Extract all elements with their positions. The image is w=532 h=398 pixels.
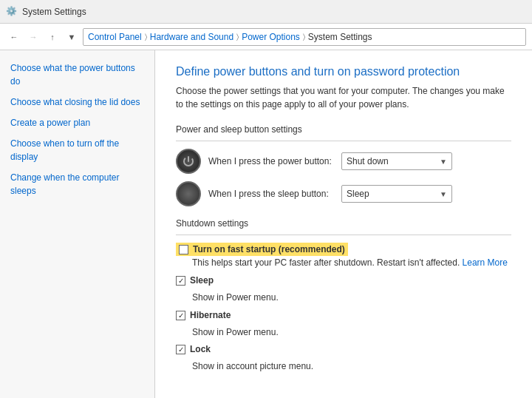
page-title: Define power buttons and turn on passwor… <box>176 65 511 78</box>
shutdown-section: Shutdown settings Turn on fast startup (… <box>176 218 511 373</box>
breadcrumb-sep-3: 〉 <box>303 33 305 41</box>
learn-more-link[interactable]: Learn More <box>463 257 508 268</box>
sleep-button-dropdown[interactable]: Sleep ▼ <box>341 185 452 203</box>
section-divider-2 <box>176 235 511 235</box>
left-panel: Choose what the power buttons do Choose … <box>0 50 155 398</box>
breadcrumb-sep-1: 〉 <box>145 33 147 41</box>
fast-startup-description: This helps start your PC faster after sh… <box>192 257 511 269</box>
lock-checkbox[interactable] <box>176 345 185 354</box>
breadcrumb-sep-2: 〉 <box>236 33 239 41</box>
page-description: Choose the power settings that you want … <box>176 84 511 111</box>
hibernate-option-description: Show in Power menu. <box>192 326 511 339</box>
power-svg-icon <box>182 155 195 168</box>
fast-startup-group: Turn on fast startup (recommended) This … <box>176 243 511 269</box>
lock-checkbox-row: Lock <box>176 344 511 354</box>
sleep-button-value: Sleep <box>347 189 369 199</box>
section-divider-1 <box>176 141 511 141</box>
breadcrumb-current: System Settings <box>308 32 372 42</box>
sleep-button-label: When I press the sleep button: <box>208 189 334 199</box>
sleep-checkbox-row: Sleep <box>176 275 511 286</box>
left-panel-item-display[interactable]: Choose when to turn off the display <box>0 133 154 167</box>
shutdown-section-label: Shutdown settings <box>176 218 511 229</box>
sleep-button-row: When I press the sleep button: Sleep ▼ <box>176 181 511 206</box>
hibernate-option-label: Hibernate <box>190 310 231 320</box>
sleep-group: Sleep Show in Power menu. <box>176 275 511 304</box>
title-bar-text: System Settings <box>22 7 86 17</box>
back-button[interactable]: ← <box>6 29 22 45</box>
left-panel-item-sleep[interactable]: Change when the computer sleeps <box>0 167 154 201</box>
power-sleep-section-label: Power and sleep button settings <box>176 124 511 135</box>
sleep-option-label: Sleep <box>190 275 214 286</box>
address-bar: ← → ↑ ▼ Control Panel 〉 Hardware and Sou… <box>0 24 532 50</box>
power-button-row: When I press the power button: Shut down… <box>176 149 511 174</box>
power-button-value: Shut down <box>347 156 389 166</box>
left-panel-item-power-buttons[interactable]: Choose what the power buttons do <box>0 58 154 92</box>
lock-group: Lock Show in account picture menu. <box>176 344 511 373</box>
sleep-checkbox[interactable] <box>176 276 185 286</box>
hibernate-checkbox-row: Hibernate <box>176 310 511 320</box>
sleep-icon <box>176 181 201 206</box>
recent-locations-button[interactable]: ▼ <box>64 29 80 45</box>
left-panel-item-create-plan[interactable]: Create a power plan <box>0 112 154 133</box>
fast-startup-label: Turn on fast startup (recommended) <box>193 244 345 254</box>
breadcrumb-hardware-sound[interactable]: Hardware and Sound <box>150 32 233 42</box>
lock-option-description: Show in account picture menu. <box>192 360 511 373</box>
lock-option-label: Lock <box>190 344 211 354</box>
hibernate-group: Hibernate Show in Power menu. <box>176 310 511 339</box>
forward-button[interactable]: → <box>25 29 41 45</box>
title-bar: ⚙️ System Settings <box>0 0 532 24</box>
power-button-label: When I press the power button: <box>208 156 334 166</box>
content-area: Define power buttons and turn on passwor… <box>155 50 532 398</box>
power-button-dropdown-arrow: ▼ <box>440 158 447 166</box>
fast-startup-highlighted-row: Turn on fast startup (recommended) <box>176 243 348 256</box>
sleep-option-description: Show in Power menu. <box>192 291 511 304</box>
power-icon <box>176 149 201 174</box>
power-button-dropdown[interactable]: Shut down ▼ <box>341 152 452 170</box>
title-bar-icon: ⚙️ <box>6 6 18 18</box>
fast-startup-checkbox[interactable] <box>179 245 188 254</box>
hibernate-checkbox[interactable] <box>176 311 185 320</box>
breadcrumb-control-panel[interactable]: Control Panel <box>88 32 142 42</box>
breadcrumb-power-options[interactable]: Power Options <box>242 32 300 42</box>
up-button[interactable]: ↑ <box>44 29 61 45</box>
sleep-svg-icon <box>182 187 195 200</box>
left-panel-item-lid[interactable]: Choose what closing the lid does <box>0 92 154 112</box>
breadcrumb: Control Panel 〉 Hardware and Sound 〉 Pow… <box>83 28 526 46</box>
sleep-button-dropdown-arrow: ▼ <box>440 190 447 198</box>
main-layout: Choose what the power buttons do Choose … <box>0 50 532 398</box>
